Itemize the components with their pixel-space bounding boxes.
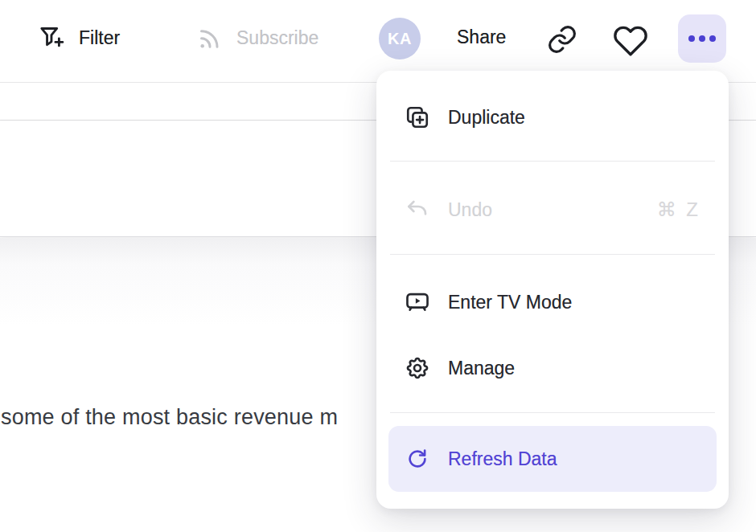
app-window: some of the most basic revenue m Filter … — [0, 0, 756, 532]
filter-button[interactable]: Filter — [38, 23, 120, 52]
copy-link-button[interactable] — [546, 23, 578, 55]
subscribe-button[interactable]: Subscribe — [195, 23, 318, 52]
menu-item-refresh-data[interactable]: Refresh Data — [388, 426, 717, 492]
undo-shortcut: ⌘ Z — [657, 198, 701, 221]
more-actions-menu: Duplicate Undo ⌘ Z Enter TV M — [376, 71, 729, 509]
menu-item-label: Undo — [448, 199, 492, 221]
link-icon — [546, 23, 578, 55]
undo-icon — [405, 197, 430, 223]
duplicate-icon — [405, 104, 430, 130]
favorite-button[interactable] — [613, 22, 648, 57]
menu-item-duplicate[interactable]: Duplicate — [388, 90, 717, 145]
menu-item-label: Manage — [448, 358, 515, 379]
filter-plus-icon — [38, 23, 67, 52]
filter-label: Filter — [79, 27, 120, 49]
menu-divider — [390, 254, 715, 255]
menu-item-label: Enter TV Mode — [448, 292, 572, 313]
menu-divider — [390, 161, 715, 162]
more-actions-button[interactable] — [678, 14, 726, 63]
menu-item-label: Duplicate — [448, 107, 525, 129]
rss-icon — [195, 23, 224, 52]
menu-item-manage[interactable]: Manage — [388, 341, 717, 395]
tv-mode-icon — [405, 289, 430, 315]
menu-item-label: Refresh Data — [448, 448, 557, 470]
gear-icon — [405, 355, 430, 381]
share-label: Share — [457, 27, 506, 48]
heart-icon — [613, 22, 648, 57]
menu-divider — [390, 412, 715, 413]
refresh-icon — [405, 446, 430, 472]
report-body-text: some of the most basic revenue m — [1, 405, 338, 430]
menu-item-enter-tv-mode[interactable]: Enter TV Mode — [388, 275, 717, 329]
share-button[interactable]: Share — [457, 27, 506, 48]
user-avatar[interactable]: KA — [379, 18, 421, 59]
ellipsis-icon — [688, 35, 695, 42]
menu-item-undo[interactable]: Undo ⌘ Z — [388, 182, 717, 237]
subscribe-label: Subscribe — [236, 27, 318, 49]
